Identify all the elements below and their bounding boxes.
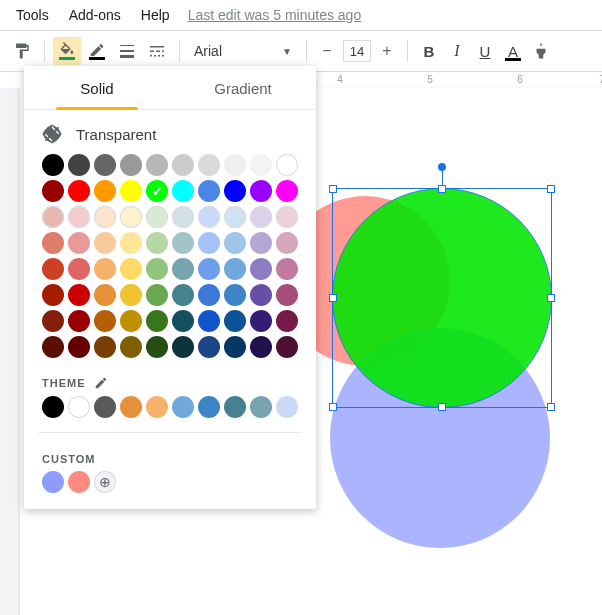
color-swatch[interactable] — [250, 154, 272, 176]
color-swatch[interactable] — [68, 310, 90, 332]
color-swatch[interactable] — [94, 154, 116, 176]
resize-handle-s[interactable] — [438, 403, 446, 411]
theme-color-swatch[interactable] — [120, 396, 142, 418]
color-swatch[interactable] — [198, 154, 220, 176]
color-swatch[interactable] — [276, 154, 298, 176]
color-swatch[interactable] — [172, 154, 194, 176]
color-swatch[interactable] — [94, 232, 116, 254]
theme-color-swatch[interactable] — [42, 396, 64, 418]
bold-button[interactable]: B — [416, 38, 442, 64]
border-dash-button[interactable] — [143, 37, 171, 65]
color-swatch[interactable] — [276, 232, 298, 254]
color-swatch[interactable] — [276, 206, 298, 228]
color-swatch[interactable] — [68, 180, 90, 202]
color-swatch[interactable] — [224, 232, 246, 254]
font-family-select[interactable]: Arial ▼ — [188, 37, 298, 65]
color-swatch[interactable] — [42, 258, 64, 280]
add-custom-color-button[interactable]: ⊕ — [94, 471, 116, 493]
color-swatch[interactable] — [120, 232, 142, 254]
rotate-handle[interactable] — [438, 163, 446, 171]
color-swatch[interactable] — [172, 284, 194, 306]
color-swatch[interactable] — [146, 284, 168, 306]
color-swatch[interactable] — [42, 284, 64, 306]
fill-color-button[interactable] — [53, 37, 81, 65]
color-swatch[interactable] — [276, 336, 298, 358]
resize-handle-w[interactable] — [329, 294, 337, 302]
theme-color-swatch[interactable] — [172, 396, 194, 418]
color-swatch[interactable] — [224, 336, 246, 358]
color-swatch[interactable] — [172, 258, 194, 280]
color-swatch[interactable] — [250, 310, 272, 332]
tab-gradient[interactable]: Gradient — [170, 66, 316, 109]
color-swatch[interactable] — [68, 284, 90, 306]
last-edit-link[interactable]: Last edit was 5 minutes ago — [188, 7, 362, 23]
menu-help[interactable]: Help — [133, 3, 178, 27]
color-swatch[interactable] — [120, 206, 142, 228]
color-swatch[interactable] — [42, 232, 64, 254]
theme-color-swatch[interactable] — [276, 396, 298, 418]
color-swatch[interactable] — [42, 310, 64, 332]
color-swatch[interactable] — [224, 154, 246, 176]
color-swatch[interactable] — [250, 206, 272, 228]
resize-handle-e[interactable] — [547, 294, 555, 302]
color-swatch[interactable] — [198, 258, 220, 280]
color-swatch[interactable] — [198, 232, 220, 254]
color-swatch[interactable] — [276, 284, 298, 306]
resize-handle-ne[interactable] — [547, 185, 555, 193]
theme-color-swatch[interactable] — [250, 396, 272, 418]
color-swatch[interactable] — [250, 232, 272, 254]
color-swatch[interactable] — [146, 154, 168, 176]
color-swatch[interactable] — [250, 336, 272, 358]
color-swatch[interactable] — [276, 180, 298, 202]
color-swatch[interactable] — [146, 336, 168, 358]
color-swatch[interactable] — [146, 180, 168, 202]
menu-addons[interactable]: Add-ons — [61, 3, 129, 27]
color-swatch[interactable] — [120, 336, 142, 358]
color-swatch[interactable] — [172, 180, 194, 202]
color-swatch[interactable] — [68, 232, 90, 254]
color-swatch[interactable] — [224, 258, 246, 280]
font-size-increase-button[interactable]: + — [375, 39, 399, 63]
color-swatch[interactable] — [120, 310, 142, 332]
color-swatch[interactable] — [224, 206, 246, 228]
color-swatch[interactable] — [68, 336, 90, 358]
color-swatch[interactable] — [68, 258, 90, 280]
color-swatch[interactable] — [224, 180, 246, 202]
color-swatch[interactable] — [42, 180, 64, 202]
paint-format-button[interactable] — [8, 37, 36, 65]
color-swatch[interactable] — [42, 154, 64, 176]
color-swatch[interactable] — [250, 258, 272, 280]
resize-handle-n[interactable] — [438, 185, 446, 193]
color-swatch[interactable] — [94, 336, 116, 358]
color-swatch[interactable] — [172, 310, 194, 332]
color-swatch[interactable] — [198, 284, 220, 306]
color-swatch[interactable] — [172, 232, 194, 254]
color-swatch[interactable] — [42, 206, 64, 228]
color-swatch[interactable] — [94, 310, 116, 332]
custom-color-swatch[interactable] — [68, 471, 90, 493]
color-swatch[interactable] — [146, 310, 168, 332]
color-swatch[interactable] — [198, 206, 220, 228]
color-swatch[interactable] — [224, 310, 246, 332]
color-swatch[interactable] — [146, 258, 168, 280]
color-swatch[interactable] — [94, 258, 116, 280]
theme-color-swatch[interactable] — [68, 396, 90, 418]
color-swatch[interactable] — [94, 180, 116, 202]
edit-theme-icon[interactable] — [94, 376, 108, 390]
color-swatch[interactable] — [224, 284, 246, 306]
color-swatch[interactable] — [120, 154, 142, 176]
color-swatch[interactable] — [68, 154, 90, 176]
underline-button[interactable]: U — [472, 38, 498, 64]
color-swatch[interactable] — [94, 284, 116, 306]
custom-color-swatch[interactable] — [42, 471, 64, 493]
color-swatch[interactable] — [120, 180, 142, 202]
color-swatch[interactable] — [250, 180, 272, 202]
theme-color-swatch[interactable] — [224, 396, 246, 418]
color-swatch[interactable] — [172, 336, 194, 358]
color-swatch[interactable] — [276, 310, 298, 332]
color-swatch[interactable] — [276, 258, 298, 280]
font-size-decrease-button[interactable]: − — [315, 39, 339, 63]
color-swatch[interactable] — [94, 206, 116, 228]
color-swatch[interactable] — [42, 336, 64, 358]
color-swatch[interactable] — [250, 284, 272, 306]
